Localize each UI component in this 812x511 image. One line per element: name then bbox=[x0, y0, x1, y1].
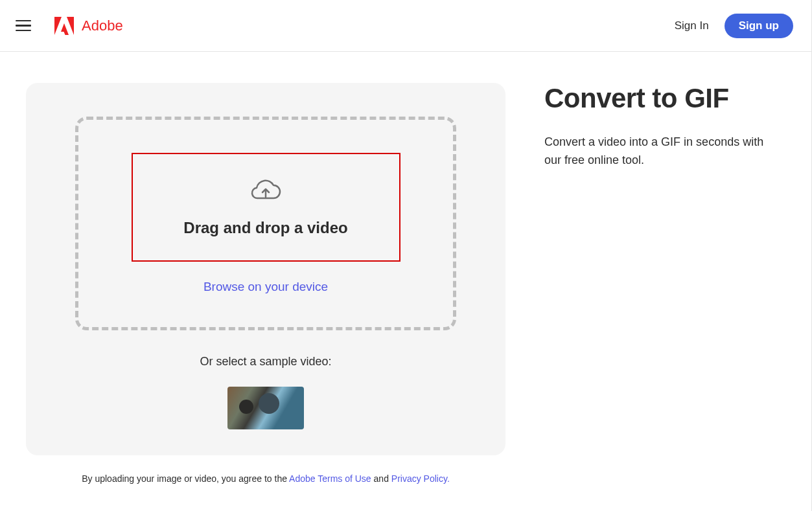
disclaimer-and: and bbox=[371, 473, 391, 484]
brand-logo[interactable]: Adobe bbox=[54, 17, 123, 35]
dropzone[interactable]: Drag and drop a video Browse on your dev… bbox=[75, 117, 456, 330]
terms-of-use-link[interactable]: Adobe Terms of Use bbox=[289, 473, 371, 484]
cloud-upload-icon bbox=[250, 177, 281, 203]
menu-button[interactable] bbox=[16, 18, 31, 34]
sign-in-link[interactable]: Sign In bbox=[675, 19, 709, 32]
browse-link[interactable]: Browse on your device bbox=[203, 280, 328, 294]
main-content: Drag and drop a video Browse on your dev… bbox=[0, 52, 811, 484]
header-left: Adobe bbox=[16, 17, 123, 35]
info-column: Convert to GIF Convert a video into a GI… bbox=[544, 83, 793, 484]
header-right: Sign In Sign up bbox=[675, 14, 793, 38]
upload-column: Drag and drop a video Browse on your dev… bbox=[26, 83, 505, 484]
sign-up-button[interactable]: Sign up bbox=[725, 14, 793, 38]
brand-name: Adobe bbox=[82, 17, 123, 34]
page-description: Convert a video into a GIF in seconds wi… bbox=[544, 133, 778, 170]
sample-video-thumbnail[interactable] bbox=[227, 387, 304, 429]
privacy-policy-link[interactable]: Privacy Policy. bbox=[391, 473, 450, 484]
sample-video-label: Or select a sample video: bbox=[200, 355, 331, 369]
adobe-logo-icon bbox=[54, 17, 74, 35]
global-header: Adobe Sign In Sign up bbox=[0, 0, 811, 52]
page-title: Convert to GIF bbox=[544, 83, 793, 114]
dropzone-card: Drag and drop a video Browse on your dev… bbox=[26, 83, 505, 455]
disclaimer-prefix: By uploading your image or video, you ag… bbox=[82, 473, 289, 484]
dropzone-highlight: Drag and drop a video bbox=[132, 153, 400, 262]
drag-drop-text: Drag and drop a video bbox=[183, 219, 347, 237]
legal-disclaimer: By uploading your image or video, you ag… bbox=[82, 473, 450, 484]
